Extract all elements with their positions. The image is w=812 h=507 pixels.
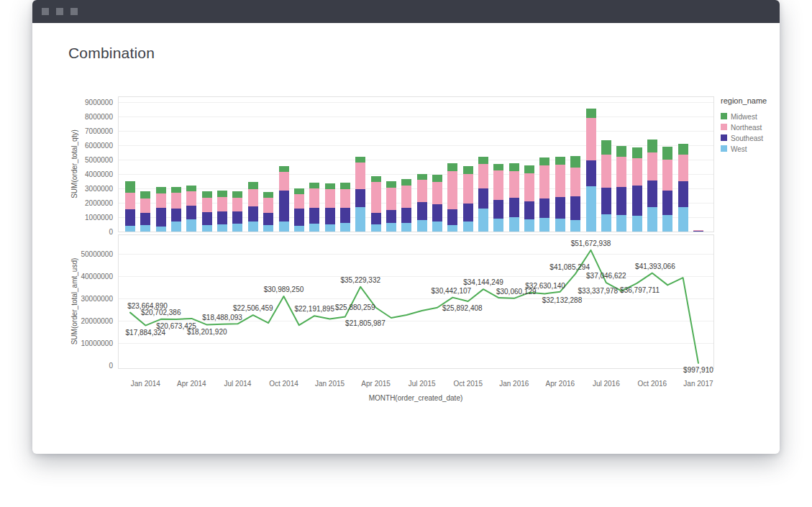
bar-segment-southeast[interactable] — [309, 208, 319, 224]
legend-item-west[interactable]: West — [721, 145, 747, 153]
bar-segment-northeast[interactable] — [140, 198, 150, 213]
bar-segment-northeast[interactable] — [417, 180, 427, 202]
bar-segment-west[interactable] — [678, 207, 688, 232]
bar-segment-southeast[interactable] — [647, 181, 657, 207]
bar-segment-southeast[interactable] — [248, 206, 258, 221]
bar-segment-west[interactable] — [570, 220, 580, 232]
bar-segment-southeast[interactable] — [186, 206, 196, 219]
bar-segment-west[interactable] — [432, 221, 442, 232]
bar-segment-west[interactable] — [248, 221, 258, 232]
bar-segment-northeast[interactable] — [279, 172, 289, 191]
window-button-icon[interactable] — [70, 8, 78, 15]
bar-segment-northeast[interactable] — [125, 193, 135, 209]
bar-segment-west[interactable] — [217, 224, 227, 232]
bar-segment-southeast[interactable] — [601, 188, 611, 214]
bar-segment-west[interactable] — [355, 207, 365, 232]
bar-segment-southeast[interactable] — [678, 181, 688, 208]
bar-segment-west[interactable] — [294, 226, 304, 232]
bar-segment-west[interactable] — [524, 219, 534, 232]
bar-segment-northeast[interactable] — [447, 171, 457, 209]
bar-segment-southeast[interactable] — [371, 213, 381, 225]
bar-segment-west[interactable] — [263, 225, 273, 232]
bar-segment-midwest[interactable] — [355, 157, 365, 162]
bar-segment-midwest[interactable] — [432, 175, 442, 183]
bar-segment-midwest[interactable] — [294, 188, 304, 194]
bar-segment-southeast[interactable] — [616, 187, 626, 215]
bar-segment-southeast[interactable] — [417, 202, 427, 220]
bar-segment-northeast[interactable] — [632, 158, 642, 186]
bar-segment-southeast[interactable] — [478, 188, 488, 209]
bar-segment-northeast[interactable] — [355, 163, 365, 189]
legend-item-northeast[interactable]: Northeast — [721, 124, 762, 132]
bar-segment-northeast[interactable] — [555, 165, 565, 197]
bar-segment-west[interactable] — [125, 226, 135, 232]
bar-segment-west[interactable] — [325, 224, 335, 232]
bar-segment-southeast[interactable] — [217, 211, 227, 224]
bar-segment-midwest[interactable] — [340, 183, 350, 189]
bar-segment-midwest[interactable] — [447, 163, 457, 170]
bar-segment-southeast[interactable] — [171, 209, 181, 221]
bar-segment-southeast[interactable] — [232, 211, 242, 224]
bar-segment-southeast[interactable] — [125, 209, 135, 226]
bar-segment-southeast[interactable] — [401, 208, 411, 223]
bar-segment-west[interactable] — [586, 186, 596, 232]
bar-segment-midwest[interactable] — [371, 176, 381, 182]
bar-segment-west[interactable] — [493, 219, 503, 232]
bar-segment-southeast[interactable] — [509, 198, 519, 217]
bar-segment-west[interactable] — [601, 214, 611, 232]
bar-segment-west[interactable] — [140, 225, 150, 232]
bar-segment-southeast[interactable] — [386, 210, 396, 223]
bar-segment-west[interactable] — [463, 221, 473, 232]
bar-segment-southeast[interactable] — [539, 198, 549, 219]
bar-segment-west[interactable] — [202, 225, 212, 232]
bar-segment-northeast[interactable] — [678, 155, 688, 181]
bar-segment-west[interactable] — [447, 225, 457, 232]
bar-segment-northeast[interactable] — [432, 182, 442, 204]
bar-segment-midwest[interactable] — [417, 174, 427, 180]
bar-segment-northeast[interactable] — [478, 164, 488, 189]
bar-segment-southeast[interactable] — [202, 212, 212, 225]
bar-segment-southeast[interactable] — [447, 209, 457, 225]
bar-segment-northeast[interactable] — [325, 189, 335, 208]
bar-segment-midwest[interactable] — [493, 164, 503, 170]
bar-segment-northeast[interactable] — [693, 230, 703, 231]
bar-segment-west[interactable] — [401, 223, 411, 232]
bar-segment-northeast[interactable] — [186, 191, 196, 206]
bar-segment-southeast[interactable] — [355, 189, 365, 207]
bar-segment-midwest[interactable] — [401, 179, 411, 186]
bar-segment-midwest[interactable] — [325, 183, 335, 189]
bar-segment-midwest[interactable] — [662, 147, 672, 160]
bar-segment-northeast[interactable] — [586, 118, 596, 160]
bar-segment-southeast[interactable] — [325, 208, 335, 224]
bar-segment-midwest[interactable] — [140, 191, 150, 198]
bar-segment-southeast[interactable] — [524, 201, 534, 219]
bar-segment-west[interactable] — [156, 227, 166, 232]
bar-segment-northeast[interactable] — [493, 170, 503, 200]
bar-segment-northeast[interactable] — [202, 198, 212, 212]
bar-segment-northeast[interactable] — [524, 173, 534, 201]
bar-segment-west[interactable] — [340, 223, 350, 232]
bar-segment-northeast[interactable] — [263, 198, 273, 213]
bar-segment-midwest[interactable] — [248, 182, 258, 188]
bar-segment-midwest[interactable] — [186, 186, 196, 191]
bar-segment-northeast[interactable] — [662, 160, 672, 191]
window-button-icon[interactable] — [42, 8, 49, 15]
bar-segment-northeast[interactable] — [601, 155, 611, 188]
bar-segment-southeast[interactable] — [570, 196, 580, 220]
bar-segment-midwest[interactable] — [524, 165, 534, 173]
bar-segment-west[interactable] — [309, 224, 319, 232]
bar-segment-midwest[interactable] — [125, 181, 135, 193]
bar-segment-northeast[interactable] — [156, 193, 166, 208]
bar-segment-midwest[interactable] — [632, 147, 642, 158]
bar-segment-west[interactable] — [509, 217, 519, 232]
bar-segment-midwest[interactable] — [217, 191, 227, 197]
bar-segment-west[interactable] — [616, 215, 626, 232]
bar-segment-southeast[interactable] — [632, 186, 642, 216]
bar-segment-northeast[interactable] — [386, 188, 396, 210]
bar-segment-west[interactable] — [186, 219, 196, 232]
bar-segment-northeast[interactable] — [401, 186, 411, 208]
bar-segment-west[interactable] — [371, 224, 381, 232]
bar-segment-midwest[interactable] — [202, 191, 212, 198]
bar-segment-southeast[interactable] — [493, 200, 503, 219]
bar-segment-northeast[interactable] — [616, 157, 626, 187]
